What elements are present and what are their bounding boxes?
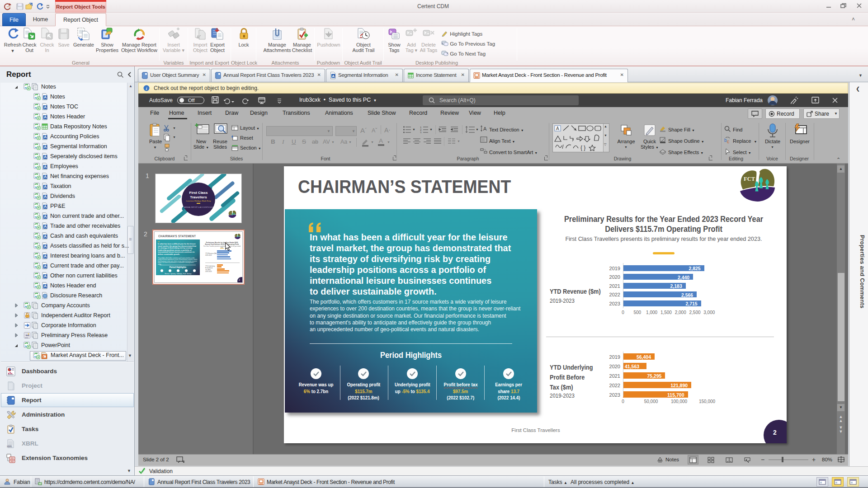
svg-text:A: A [44,204,47,209]
svg-text:A: A [332,74,335,78]
svg-text:A: A [44,254,47,258]
svg-text:A: A [44,224,47,229]
svg-text:A: A [44,214,47,219]
svg-text:A: A [44,135,47,139]
svg-text:A: A [44,284,47,288]
svg-text:A: A [556,126,559,131]
svg-text:A: A [44,115,47,119]
svg-text:<>: <> [11,460,14,463]
svg-text:A: A [483,126,487,131]
svg-text:A: A [44,95,47,99]
svg-text:A: A [44,164,47,169]
svg-text:A: A [44,105,47,109]
svg-text:{ }: { } [580,145,585,151]
svg-text:A: A [44,145,47,149]
svg-text:<>: <> [11,457,14,460]
svg-text:FCT: FCT [235,235,237,236]
svg-text:FCT: FCT [744,176,755,182]
svg-text:A: A [44,184,47,189]
svg-text:FCT: FCT [229,212,232,214]
svg-text:3: 3 [420,131,422,133]
svg-text:c: c [727,139,729,144]
svg-text:A: A [44,234,47,239]
svg-text:A: A [44,274,47,278]
svg-text:A: A [44,155,47,159]
svg-text:XBRL: XBRL [7,446,13,448]
svg-text:A: A [44,244,47,249]
svg-text:A: A [44,174,47,179]
svg-text:A: A [44,264,47,268]
svg-text:A: A [44,194,47,199]
